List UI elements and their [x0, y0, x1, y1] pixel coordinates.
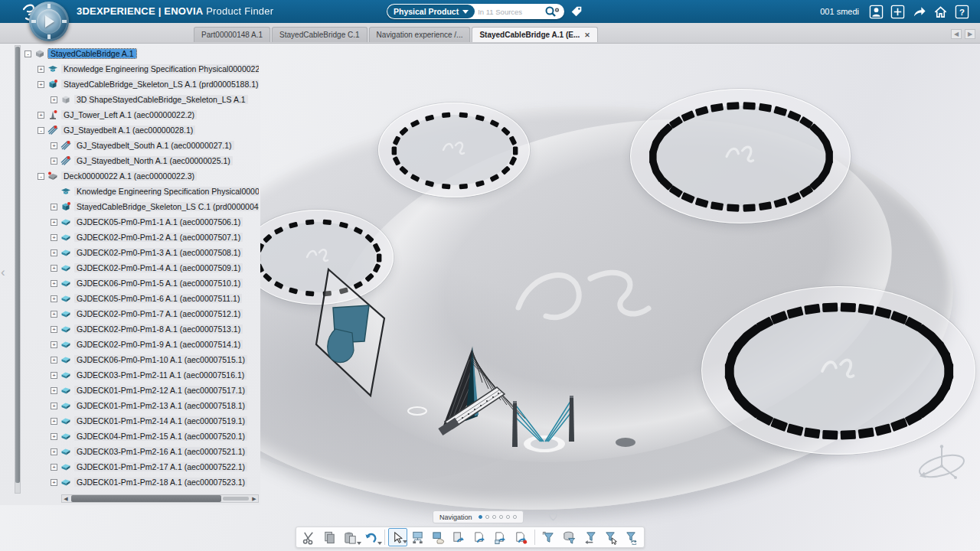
pager-dot-5[interactable] [506, 515, 510, 519]
tree-item-label[interactable]: GJDECK01-Pm1-Pm2-18 A.1 (aec00007523.1) [74, 478, 247, 487]
tree-item-label[interactable]: StayedCableBridge_Skeleton_LS A.1 (prd00… [61, 80, 259, 89]
tree-item-label[interactable]: GJDECK02-Pm0-Pm1-9 A.1 (aec00007514.1) [74, 340, 243, 349]
tab-close-icon[interactable]: ✕ [584, 31, 590, 39]
tree-item-label[interactable]: StayedCableBridge_Skeleton_LS C.1 (prd00… [74, 202, 259, 211]
open-restricted-button[interactable] [511, 527, 531, 547]
vscroll-thumb[interactable] [15, 47, 20, 483]
open-button[interactable] [469, 527, 490, 547]
compass-west-tick[interactable] [31, 20, 36, 23]
update-button[interactable] [449, 527, 469, 547]
home-icon[interactable] [933, 5, 948, 19]
satellite-disc-bottom-right[interactable] [701, 286, 975, 455]
tree-item-label[interactable]: GJDECK06-Pm0-Pm1-5 A.1 (aec00007510.1) [74, 279, 243, 288]
hscroll-left-icon[interactable]: ◀ [62, 496, 70, 502]
expand-toggle-icon[interactable]: + [51, 387, 57, 394]
tree-item[interactable]: +StayedCableBridge_Skeleton_LS A.1 (prd0… [24, 77, 259, 92]
tree-item-label[interactable]: Deck00000022 A.1 (aec00000022.3) [61, 171, 197, 181]
tree-item-label[interactable]: GJDECK03-Pm1-Pm2-16 A.1 (aec00007521.1) [74, 447, 247, 456]
hscroll-thumb[interactable] [71, 495, 221, 502]
tree-item-label[interactable]: 3D ShapeStayedCableBridge_Skeleton_LS A.… [74, 95, 248, 104]
tree-item[interactable]: +GJDECK02-Pm0-Pm1-3 A.1 (aec00007508.1) [24, 245, 259, 260]
tree-item[interactable]: +StayedCableBridge_Skeleton_LS C.1 (prd0… [24, 199, 259, 214]
user-icon[interactable] [869, 5, 884, 19]
panel-collapse-chevron-icon[interactable]: ‹ [1, 265, 5, 280]
tree-item[interactable]: +GJDECK02-Pm0-Pm1-7 A.1 (aec00007512.1) [24, 306, 259, 321]
expand-toggle-icon[interactable]: + [38, 81, 44, 88]
search-scope-dropdown[interactable]: Physical Product [387, 5, 475, 18]
pager-dot-3[interactable] [492, 515, 496, 519]
tree-item[interactable]: +GJDECK02-Pm0-Pm1-2 A.1 (aec00007507.1) [24, 230, 259, 245]
search-input[interactable] [475, 8, 544, 16]
tree-item[interactable]: +GJ_Tower_Left A.1 (aec00000022.2) [24, 107, 259, 122]
expand-toggle-icon[interactable]: + [51, 464, 57, 471]
tree-item[interactable]: -StayedCableBridge A.1 [24, 46, 259, 61]
tree-item[interactable]: -Deck00000022 A.1 (aec00000022.3) [24, 168, 259, 184]
tree-item[interactable]: +GJDECK01-Pm1-Pm2-17 A.1 (aec00007522.1) [24, 459, 259, 474]
expand-toggle-icon[interactable]: + [51, 372, 57, 379]
hscroll-right-icon[interactable]: ▶ [250, 496, 258, 502]
tree-item-label[interactable]: StayedCableBridge A.1 [48, 49, 136, 58]
collapse-toggle-icon[interactable]: - [38, 127, 44, 134]
expand-toggle-icon[interactable]: + [51, 418, 57, 425]
tab-2[interactable]: StayedCableBridge C.1 [272, 27, 368, 42]
tree-item-label[interactable]: GJ_Stayedbelt_South A.1 (aec00000027.1) [74, 141, 234, 150]
expand-toggle-icon[interactable]: + [51, 280, 57, 287]
expand-toggle-icon[interactable]: + [51, 326, 57, 333]
tree-item-label[interactable]: Knowledge Engineering Specification Phys… [74, 187, 259, 196]
tree-horizontal-scrollbar[interactable]: ◀ ▶ [61, 494, 259, 503]
navigation-pager[interactable]: Navigation [433, 510, 524, 523]
tree-item-label[interactable]: GJDECK05-Pm0-Pm1-6 A.1 (aec00007511.1) [74, 294, 242, 303]
pager-dot-2[interactable] [485, 515, 489, 519]
pager-dot-1[interactable] [479, 515, 482, 519]
collapse-toggle-icon[interactable]: - [38, 173, 44, 180]
expand-toggle-icon[interactable]: + [51, 234, 57, 241]
tree-item[interactable]: +GJDECK02-Pm0-Pm1-9 A.1 (aec00007514.1) [24, 337, 259, 352]
tree-item[interactable]: +GJDECK01-Pm1-Pm2-12 A.1 (aec00007517.1) [24, 383, 259, 398]
filter-db-button[interactable] [559, 527, 580, 547]
tree-item-label[interactable]: GJ_Tower_Left A.1 (aec00000022.2) [61, 110, 197, 119]
expand-toggle-icon[interactable]: + [51, 158, 57, 165]
tree-item-label[interactable]: GJDECK02-Pm0-Pm1-8 A.1 (aec00007513.1) [74, 324, 243, 334]
tab-scroll-left-icon[interactable]: ◀ [951, 29, 962, 39]
tree-item[interactable]: +GJDECK05-Pm0-Pm1-6 A.1 (aec00007511.1) [24, 291, 259, 306]
expand-toggle-icon[interactable]: + [51, 265, 57, 272]
cut-button[interactable] [299, 527, 319, 547]
tab-scroll-right-icon[interactable]: ▶ [965, 29, 975, 39]
tree-item-label[interactable]: GJDECK02-Pm0-Pm1-4 A.1 (aec00007509.1) [74, 263, 243, 272]
tree-item-label[interactable]: GJDECK05-Pm0-Pm1-1 A.1 (aec00007506.1) [74, 217, 243, 227]
tree-item[interactable]: +GJDECK06-Pm0-Pm1-10 A.1 (aec00007515.1) [24, 352, 259, 367]
view-compass-widget[interactable] [911, 440, 972, 486]
favorite-heart-icon[interactable] [547, 510, 560, 523]
expand-toggle-icon[interactable]: + [51, 96, 57, 103]
expand-toggle-icon[interactable]: + [51, 204, 57, 210]
tree-item[interactable]: +GJDECK01-Pm1-Pm2-14 A.1 (aec00007519.1) [24, 413, 259, 429]
tree-item[interactable]: +GJDECK02-Pm0-Pm1-8 A.1 (aec00007513.1) [24, 321, 259, 337]
filter-refresh-button[interactable] [621, 527, 642, 547]
satellite-disc-top[interactable] [378, 103, 530, 197]
pager-dot-4[interactable] [499, 515, 503, 519]
expand-toggle-icon[interactable]: + [51, 142, 57, 149]
compass-east-tick[interactable] [62, 20, 67, 23]
tree-item[interactable]: +Knowledge Engineering Specification Phy… [24, 61, 259, 77]
expand-toggle-icon[interactable]: + [51, 403, 57, 409]
tree-item[interactable]: +GJDECK03-Pm1-Pm2-11 A.1 (aec00007516.1) [24, 367, 259, 383]
share-icon[interactable] [912, 5, 926, 19]
tree-item-label[interactable]: Knowledge Engineering Specification Phys… [61, 64, 259, 73]
tree-item[interactable]: +GJDECK02-Pm0-Pm1-4 A.1 (aec00007509.1) [24, 260, 259, 276]
tree-item-label[interactable]: GJDECK01-Pm1-Pm2-17 A.1 (aec00007522.1) [74, 462, 247, 471]
tree-item[interactable]: +GJDECK01-Pm1-Pm2-18 A.1 (aec00007523.1) [24, 474, 259, 490]
tab-1[interactable]: Part00000148 A.1 [194, 27, 270, 42]
tree-item-label[interactable]: GJDECK01-Pm1-Pm2-14 A.1 (aec00007519.1) [74, 416, 247, 425]
tree-item-label[interactable]: GJDECK02-Pm0-Pm1-3 A.1 (aec00007508.1) [74, 248, 243, 257]
help-icon[interactable]: ? [955, 5, 969, 19]
tree-item[interactable]: +GJ_Stayedbelt_South A.1 (aec00000027.1) [24, 138, 259, 153]
tree-item-label[interactable]: GJDECK06-Pm0-Pm1-10 A.1 (aec00007515.1) [74, 355, 247, 364]
expand-toggle-icon[interactable]: + [51, 433, 57, 440]
compass-south-tick[interactable] [47, 34, 51, 39]
select-button[interactable] [388, 528, 407, 546]
satellite-disc-right[interactable] [630, 89, 851, 223]
tree-item[interactable]: +GJDECK05-Pm0-Pm1-1 A.1 (aec00007506.1) [24, 214, 259, 230]
filter-select-button[interactable] [600, 527, 621, 547]
expand-toggle-icon[interactable]: + [51, 357, 57, 364]
expand-toggle-icon[interactable]: + [51, 219, 57, 226]
